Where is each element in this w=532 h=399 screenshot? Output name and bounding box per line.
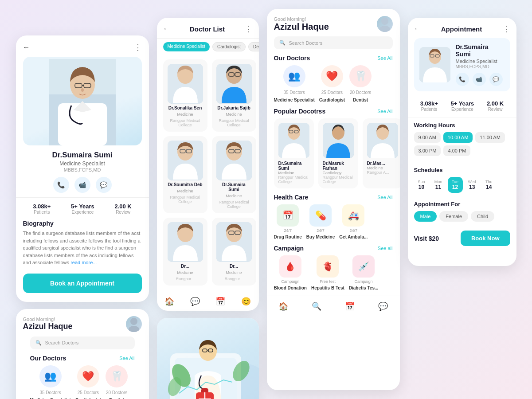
user-avatar: [377, 16, 393, 32]
appointment-back[interactable]: ←: [414, 25, 421, 33]
doctor-grid-item-1[interactable]: Dr.Sonalika Sen Medicine Rangpur Medical…: [163, 59, 207, 132]
home-nav-calendar[interactable]: 📅: [345, 301, 355, 311]
illustration-card: You can take medical service to stay at …: [157, 318, 259, 399]
slot-4pm[interactable]: 4.00 PM: [443, 145, 470, 156]
doctor-grid-img-2: [216, 64, 252, 104]
doctor-list-more[interactable]: ⋮: [245, 24, 253, 34]
book-now-button[interactable]: Book Now: [461, 231, 510, 246]
home-our-doctors-header: Our Doctors See All: [267, 55, 400, 65]
doctor-grid-img-3: [168, 141, 203, 180]
doctor-grid-item-3[interactable]: Dr.Soumitra Deb Medicine Rangpur Medical…: [163, 136, 207, 213]
campaign-hepatitis[interactable]: 🫀 Free test Hepatitis B Test: [311, 255, 344, 290]
filter-cardio[interactable]: Cardiologist: [212, 42, 246, 51]
home-doctors-title: Our Doctors: [274, 55, 310, 62]
doctor-credentials: MBBS,FCPS,MD: [23, 167, 142, 172]
home-search-bar[interactable]: 🔍 Search Doctors: [274, 36, 393, 49]
appt-msg-btn[interactable]: 💬: [489, 73, 503, 86]
mini-greeting: Good Morning!: [23, 317, 73, 322]
date-sun[interactable]: Sun 10: [414, 177, 429, 193]
home-doctors-see-all[interactable]: See All: [377, 55, 392, 61]
appointment-more[interactable]: ⋮: [502, 24, 510, 34]
phone-call-button[interactable]: 📞: [53, 177, 69, 193]
ambulance-icon: 🚑: [342, 204, 364, 227]
home-nav-chat[interactable]: 💬: [378, 301, 388, 311]
home-popular-1[interactable]: Dr.Sumaira Sumi Medicine Rangpur Medical…: [274, 118, 314, 188]
appt-experience: 5+ Years Experience: [450, 100, 474, 112]
mini-see-all[interactable]: See All: [119, 356, 134, 361]
campaign-diabetes[interactable]: 💉 Campaign Diabetis Tes...: [349, 255, 379, 290]
hepatitis-icon: 🫀: [317, 255, 339, 278]
home-popular-2[interactable]: Dr.Masruk Farhan Cardiology Rangpur Medi…: [318, 118, 358, 188]
doctor-grid-img-5: [168, 222, 203, 262]
slot-3pm[interactable]: 3.00 PM: [414, 145, 441, 156]
home-health-see-all[interactable]: See All: [377, 195, 392, 200]
appt-exp-val: 5+ Years: [450, 100, 474, 107]
home-medicine-icon: 👥: [283, 65, 305, 87]
date-thu[interactable]: Thu 14: [481, 177, 497, 193]
nav-home-icon[interactable]: 🏠: [164, 297, 174, 306]
appointment-doctor-img: [419, 47, 450, 82]
home-greeting: Good Morning! Azizul Haque: [267, 9, 400, 36]
doctor-list-back[interactable]: ←: [163, 25, 170, 33]
nav-calendar-icon[interactable]: 📅: [215, 297, 225, 306]
filter-dentist[interactable]: Dentist: [248, 42, 259, 51]
slot-9am[interactable]: 9.00 AM: [414, 132, 441, 143]
campaign-blood[interactable]: 🩸 Campaign Blood Donation: [274, 255, 307, 290]
date-mon[interactable]: Mon 11: [431, 177, 446, 193]
appointment-doctor-banner: Dr.Sumaira Sumi Medicine Specialist MBBS…: [414, 38, 510, 91]
appt-phone-btn[interactable]: 📞: [456, 73, 469, 86]
slot-10am[interactable]: 10.00 AM: [443, 132, 473, 143]
dentist-icon: 🦷: [106, 365, 128, 387]
home-popular-3[interactable]: Dr.Mas... Medicine Rangpur A...: [363, 118, 400, 188]
home-spec-medicine[interactable]: 👥 35 Doctors Medicine Specialist: [274, 65, 315, 102]
appt-video-btn[interactable]: 📹: [473, 73, 486, 86]
date-tue[interactable]: Tue 12: [448, 177, 463, 193]
gender-child-btn[interactable]: Child: [471, 211, 494, 222]
home-spec-dentist[interactable]: 🦷 20 Doctors Dentist: [349, 65, 372, 102]
home-mini-card: Good Morning! Azizul Haque 🔍 Search Doct…: [16, 309, 149, 399]
doctor-grid-img-4: [216, 141, 252, 180]
doctor-profile-card: ← ⋮: [16, 35, 149, 302]
doctor-grid-item-2[interactable]: Dr.Jakaria Sajib Medicine Rangpur Medica…: [212, 59, 256, 132]
filter-medicine[interactable]: Medicine Specialist: [163, 42, 210, 51]
doctor-grid-item-6[interactable]: Dr... Medicine Rangpur...: [212, 218, 256, 286]
home-popular-see-all[interactable]: See All: [377, 109, 392, 114]
appt-stats-row: 3.08k+ Patients 5+ Years Experience 2.00…: [408, 97, 516, 117]
cardio-icon: ❤️: [77, 365, 99, 387]
doctor-contact-actions: 📞 📹 💬: [23, 177, 142, 193]
nav-search-icon[interactable]: 💬: [190, 297, 200, 306]
appointment-for-section: Appointment For Male Female Child: [408, 197, 516, 226]
appt-for-title: Appointment For: [414, 201, 510, 207]
gender-female-btn[interactable]: Female: [439, 211, 468, 222]
doctor-list-header: ← Doctor List ⋮: [157, 18, 259, 39]
health-drug[interactable]: 📅 24/7 Drug Routine: [274, 204, 302, 239]
home-campaign-row: 🩸 Campaign Blood Donation 🫀 Free test He…: [267, 255, 400, 296]
home-popular-title: Popular Docotrss: [274, 108, 326, 115]
doctor-grid-item-4[interactable]: Dr.Sumaira Sumi Medicine Rangpur Medical…: [212, 136, 256, 213]
book-appointment-button[interactable]: Book an Appointment: [23, 274, 142, 293]
home-nav-home[interactable]: 🏠: [278, 301, 288, 311]
health-medicine[interactable]: 💊 24/7 Buy Medicine: [306, 204, 335, 239]
home-spec-cardio[interactable]: ❤️ 25 Doctors Cardiologist: [319, 65, 345, 102]
more-options-icon[interactable]: ⋮: [134, 43, 142, 52]
read-more-link[interactable]: read more...: [70, 260, 97, 265]
appt-exp-label: Experience: [450, 107, 474, 112]
home-nav-search[interactable]: 🔍: [312, 301, 321, 311]
slot-11am[interactable]: 11.00 AM: [475, 132, 505, 143]
mini-search-bar[interactable]: 🔍 Search Doctors: [30, 336, 135, 349]
svg-point-10: [129, 326, 139, 332]
filter-chips-row: Medicine Specialist Cardiologist Dentist…: [157, 39, 259, 55]
health-ambulance[interactable]: 🚑 24/7 Get Ambula...: [339, 204, 368, 239]
doctor-grid-item-5[interactable]: Dr... Medicine Rangpur...: [163, 218, 207, 286]
home-search-icon: 🔍: [279, 40, 286, 46]
video-call-button[interactable]: 📹: [74, 177, 90, 193]
appt-patients-label: Patients: [420, 107, 438, 112]
back-arrow-icon[interactable]: ←: [23, 43, 30, 51]
home-popular-row: Dr.Sumaira Sumi Medicine Rangpur Medical…: [267, 118, 400, 194]
date-wed[interactable]: Wed 13: [465, 177, 480, 193]
home-campaign-see-all[interactable]: See all: [378, 246, 393, 251]
appt-doc-name: Dr.Sumaira Sumi: [456, 43, 505, 58]
nav-chat-icon[interactable]: 😊: [241, 297, 251, 306]
message-button[interactable]: 💬: [96, 177, 112, 193]
gender-male-btn[interactable]: Male: [414, 211, 437, 222]
